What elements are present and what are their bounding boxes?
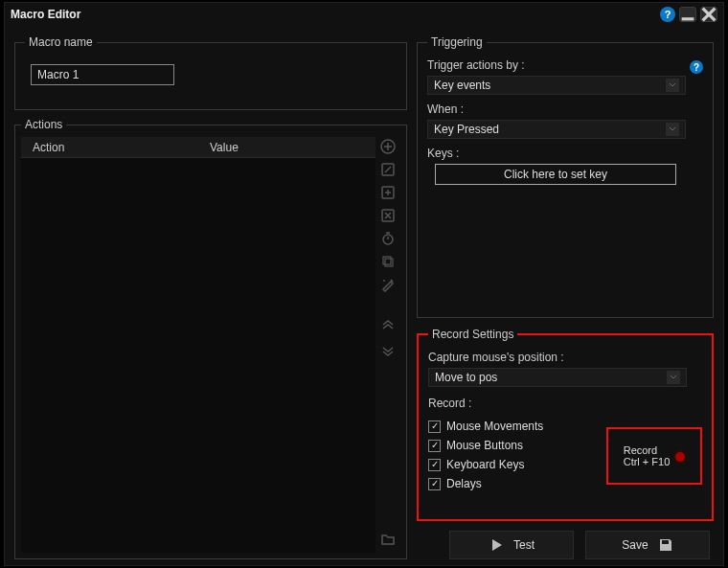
macro-name-input[interactable]	[31, 64, 174, 85]
body: Macro name Actions Action Value	[5, 26, 723, 565]
actions-toolbar	[375, 137, 400, 553]
play-icon	[489, 537, 504, 553]
actions-body[interactable]	[21, 158, 375, 553]
move-up-button[interactable]	[378, 317, 398, 336]
svg-point-8	[383, 280, 385, 282]
chevron-down-icon	[666, 123, 679, 136]
delays-checkbox[interactable]: Delays	[428, 477, 597, 490]
timer-action-button[interactable]	[378, 229, 398, 248]
window: Macro Editor ? Macro name Actions	[4, 2, 724, 566]
triggering-legend: Triggering	[427, 35, 487, 49]
edit-action-button[interactable]	[378, 160, 398, 179]
bottom-buttons: Test Save	[417, 531, 714, 559]
actions-table: Action Value	[21, 137, 375, 553]
mouse-buttons-checkbox[interactable]: Mouse Buttons	[428, 439, 597, 452]
save-button[interactable]: Save	[585, 531, 710, 559]
actions-legend: Actions	[21, 118, 66, 131]
capture-select[interactable]: Move to pos	[428, 368, 687, 387]
delete-action-button[interactable]	[378, 206, 398, 225]
window-title: Macro Editor	[11, 8, 80, 21]
record-dot-icon	[675, 452, 685, 462]
chevron-down-icon	[666, 79, 679, 92]
actions-col-value: Value	[198, 141, 375, 154]
help-icon[interactable]: ?	[660, 7, 675, 22]
window-controls: ?	[660, 7, 717, 22]
record-label: Record :	[428, 397, 702, 410]
when-select[interactable]: Key Pressed	[427, 120, 686, 139]
insert-action-button[interactable]	[378, 183, 398, 202]
test-button[interactable]: Test	[449, 531, 574, 559]
svg-rect-6	[383, 257, 391, 264]
actions-fieldset: Actions Action Value	[14, 118, 407, 559]
checkbox-icon	[428, 440, 441, 452]
triggering-fieldset: Triggering Trigger actions by : ? Key ev…	[417, 35, 714, 318]
trigger-actions-by-label: Trigger actions by :	[427, 58, 525, 72]
checkbox-icon	[428, 478, 441, 490]
set-key-button[interactable]: Click here to set key	[435, 164, 676, 185]
checkbox-icon	[428, 420, 441, 433]
record-button[interactable]: Record Ctrl + F10	[606, 427, 702, 485]
macro-name-fieldset: Macro name	[14, 35, 407, 110]
capture-value: Move to pos	[435, 371, 497, 384]
record-settings-legend: Record Settings	[428, 328, 517, 341]
folder-action-button[interactable]	[378, 530, 398, 549]
minimize-button[interactable]	[679, 7, 696, 22]
keyboard-keys-checkbox[interactable]: Keyboard Keys	[428, 458, 597, 471]
right-column: Triggering Trigger actions by : ? Key ev…	[417, 35, 714, 559]
save-icon	[658, 537, 673, 553]
macro-name-legend: Macro name	[25, 35, 97, 49]
keys-label: Keys :	[427, 147, 703, 160]
capture-label: Capture mouse's position :	[428, 351, 702, 364]
svg-rect-0	[682, 17, 694, 20]
mouse-movements-checkbox[interactable]: Mouse Movements	[428, 420, 597, 433]
copy-action-button[interactable]	[378, 252, 398, 271]
wizard-action-button[interactable]	[378, 275, 398, 294]
record-settings-fieldset: Record Settings Capture mouse's position…	[417, 328, 714, 521]
triggering-help-icon[interactable]: ?	[690, 60, 703, 74]
trigger-actions-by-select[interactable]: Key events	[427, 76, 686, 95]
add-action-button[interactable]	[378, 137, 398, 156]
checkbox-icon	[428, 459, 441, 471]
move-down-button[interactable]	[378, 340, 398, 359]
actions-header: Action Value	[21, 137, 375, 158]
close-button[interactable]	[700, 7, 717, 22]
trigger-actions-by-value: Key events	[434, 79, 490, 92]
titlebar: Macro Editor ?	[5, 3, 723, 26]
left-column: Macro name Actions Action Value	[14, 35, 407, 559]
when-label: When :	[427, 102, 703, 116]
when-value: Key Pressed	[434, 123, 499, 136]
actions-col-action: Action	[21, 141, 198, 154]
svg-rect-7	[385, 259, 393, 266]
chevron-down-icon	[667, 371, 680, 384]
